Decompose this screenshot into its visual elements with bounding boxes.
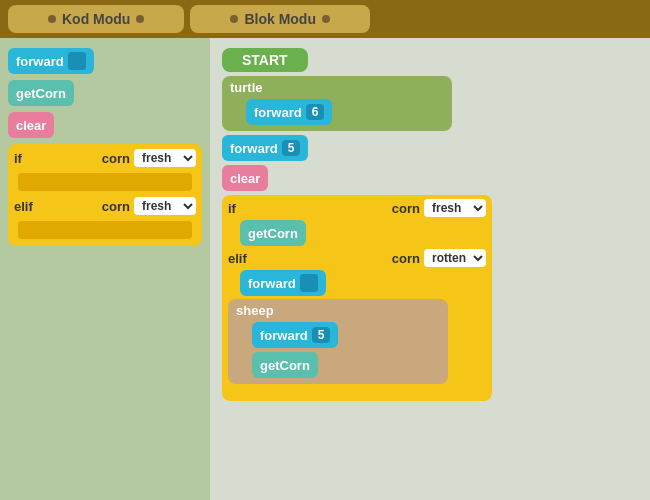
start-block: START	[222, 48, 308, 72]
left-getcorn-block[interactable]: getCorn	[8, 80, 202, 106]
elif-dropdown[interactable]: fresh rotten	[134, 197, 196, 215]
left-forward-block[interactable]: forward	[8, 48, 202, 74]
left-if-body	[18, 173, 192, 191]
elif-keyword: elif	[14, 199, 33, 214]
tab-kod-modu[interactable]: Kod Modu	[8, 5, 184, 33]
forward-6-num: 6	[306, 104, 325, 120]
forward-6-label: forward	[254, 105, 302, 120]
yellow-footer	[228, 387, 486, 397]
forward-6-block[interactable]: forward 6	[246, 99, 332, 125]
forward-5-block[interactable]: forward 5	[222, 135, 308, 161]
rp-getcorn-label: getCorn	[248, 226, 298, 241]
left-elif-body	[18, 221, 192, 239]
rp-forward-5[interactable]: forward 5	[222, 135, 638, 161]
rp-clear[interactable]: clear	[222, 165, 268, 191]
left-clear-block[interactable]: clear	[8, 112, 202, 138]
rp-elif-forward-label: forward	[248, 276, 296, 291]
rp-elif-forward[interactable]: forward	[240, 270, 326, 296]
sheep-forward-label: forward	[260, 328, 308, 343]
rp-elif-dropdown[interactable]: rotten fresh	[424, 249, 486, 267]
start-block-row: START	[222, 48, 638, 72]
rp-if-body: getCorn	[240, 220, 486, 246]
rp-getcorn-block[interactable]: getCorn	[240, 220, 306, 246]
turtle-container: turtle forward 6	[222, 76, 452, 131]
turtle-label: turtle	[230, 80, 263, 95]
sheep-forward-num: 5	[312, 327, 331, 343]
dot-icon	[48, 15, 56, 23]
rp-forward-6[interactable]: forward 6	[246, 99, 444, 125]
if-keyword: if	[14, 151, 22, 166]
corn-label-if: corn	[102, 151, 130, 166]
tab-blok-modu[interactable]: Blok Modu	[190, 5, 370, 33]
forward-label: forward	[16, 54, 64, 69]
app-root: Kod Modu Blok Modu forward getCorn	[0, 0, 650, 500]
square-icon	[68, 52, 86, 70]
sheep-forward-5[interactable]: forward 5	[252, 322, 440, 348]
turtle-label-row: turtle	[230, 80, 444, 95]
dot-icon-3	[230, 15, 238, 23]
dot-icon-2	[136, 15, 144, 23]
tab-kod-label: Kod Modu	[62, 11, 130, 27]
rp-elif-keyword: elif	[228, 251, 247, 266]
rp-if-corn: corn	[392, 201, 420, 216]
sheep-label-row: sheep	[236, 303, 440, 318]
forward-5-num: 5	[282, 140, 301, 156]
sheep-forward-block[interactable]: forward 5	[252, 322, 338, 348]
main-content: forward getCorn clear if	[0, 38, 650, 500]
right-panel: START turtle forward 6 forward 5	[210, 38, 650, 500]
sheep-getcorn-block[interactable]: getCorn	[252, 352, 318, 378]
tab-blok-label: Blok Modu	[244, 11, 316, 27]
clear-block[interactable]: clear	[8, 112, 54, 138]
rp-if-keyword: if	[228, 201, 236, 216]
left-panel: forward getCorn clear if	[0, 38, 210, 500]
sheep-label: sheep	[236, 303, 274, 318]
rp-if-header: if corn fresh rotten	[228, 199, 486, 217]
rp-elif-header: elif corn rotten fresh	[228, 249, 486, 267]
rp-if-dropdown[interactable]: fresh rotten	[424, 199, 486, 217]
rp-clear-block[interactable]: clear	[222, 165, 638, 191]
rp-elif-corn: corn	[392, 251, 420, 266]
clear-label: clear	[16, 118, 46, 133]
tab-bar: Kod Modu Blok Modu	[0, 0, 650, 38]
rp-if-container[interactable]: if corn fresh rotten getCorn elif	[222, 195, 492, 401]
corn-label-elif: corn	[102, 199, 130, 214]
if-dropdown[interactable]: fresh rotten	[134, 149, 196, 167]
left-if-container[interactable]: if corn fresh rotten elif corn fresh	[8, 144, 202, 246]
sheep-getcorn-row[interactable]: getCorn	[252, 352, 440, 378]
rp-clear-label: clear	[230, 171, 260, 186]
sheep-container: sheep forward 5 getCorn	[228, 299, 448, 384]
dot-icon-4	[322, 15, 330, 23]
forward-block[interactable]: forward	[8, 48, 94, 74]
elif-square-icon	[300, 274, 318, 292]
forward-5-label: forward	[230, 141, 278, 156]
sheep-getcorn-label: getCorn	[260, 358, 310, 373]
getcorn-block[interactable]: getCorn	[8, 80, 74, 106]
left-if-header: if corn fresh rotten	[14, 149, 196, 167]
rp-elif-forward-row: forward	[240, 270, 486, 296]
left-elif-header: elif corn fresh rotten	[14, 197, 196, 215]
getcorn-label: getCorn	[16, 86, 66, 101]
